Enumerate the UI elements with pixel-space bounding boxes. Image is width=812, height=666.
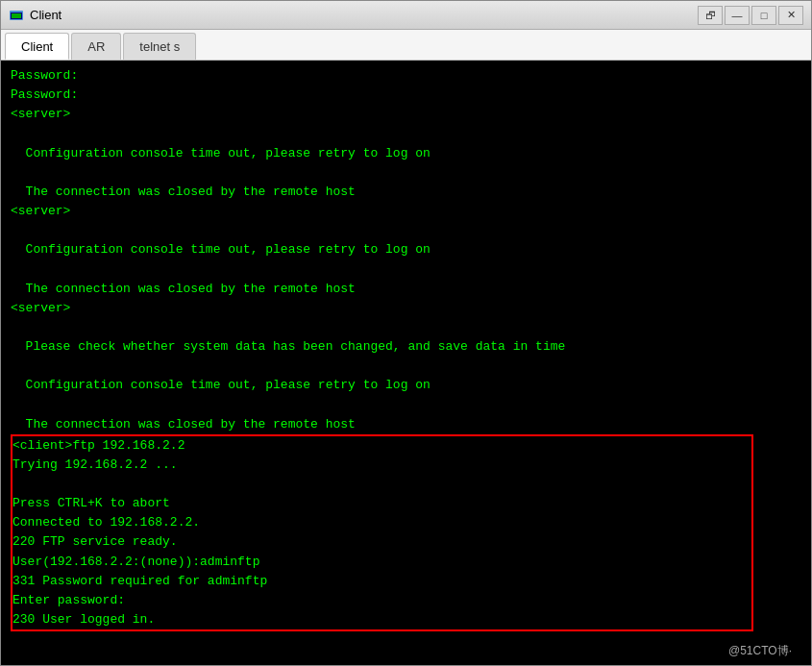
restore-button[interactable]: 🗗	[698, 6, 723, 25]
terminal-wrapper: Password: Password: <server> Configurati…	[1, 61, 811, 665]
window-icon	[9, 8, 24, 23]
window-title: Client	[30, 8, 698, 22]
tab-client[interactable]: Client	[5, 33, 69, 60]
maximize-button[interactable]: □	[751, 6, 776, 25]
main-window: Client 🗗 — □ ✕ Client AR telnet s Passwo…	[0, 0, 812, 666]
terminal-output-before: Password: Password: <server> Configurati…	[11, 66, 801, 434]
svg-rect-2	[12, 13, 21, 18]
minimize-button[interactable]: —	[725, 6, 750, 25]
content-area: Password: Password: <server> Configurati…	[1, 61, 811, 665]
watermark: @51CTO博·	[728, 643, 792, 659]
terminal-output-highlighted: <client>ftp 192.168.2.2 Trying 192.168.2…	[12, 436, 751, 629]
tab-ar[interactable]: AR	[71, 33, 121, 60]
tab-bar: Client AR telnet s	[1, 30, 811, 61]
close-button[interactable]: ✕	[778, 6, 803, 25]
title-bar: Client 🗗 — □ ✕	[1, 1, 811, 30]
window-controls: 🗗 — □ ✕	[698, 6, 803, 25]
terminal[interactable]: Password: Password: <server> Configurati…	[1, 61, 811, 665]
highlighted-block: <client>ftp 192.168.2.2 Trying 192.168.2…	[11, 434, 753, 631]
tab-telnet[interactable]: telnet s	[123, 33, 196, 60]
